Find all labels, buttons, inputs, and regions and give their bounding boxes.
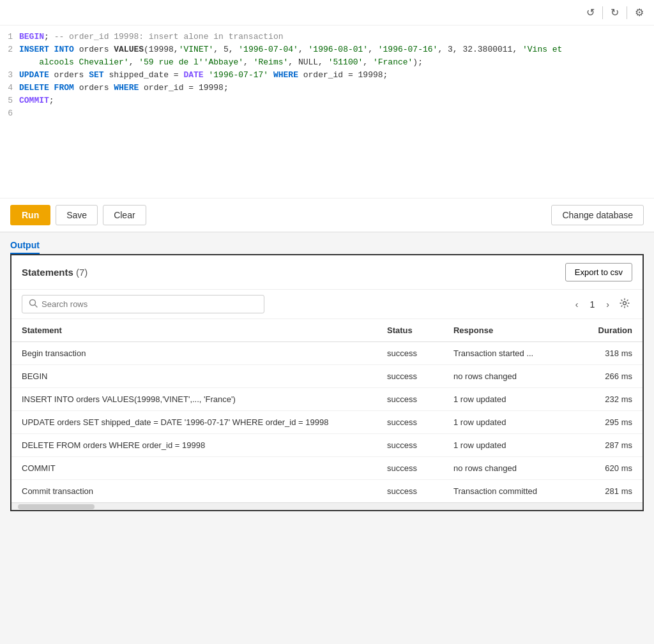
cell-status: success: [377, 365, 443, 388]
editor-section: ↺ ↻ ⚙ 1 BEGIN; -- order_id 19998: insert…: [0, 0, 654, 232]
cell-statement: COMMIT: [11, 457, 377, 480]
line-content-1: BEGIN; -- order_id 19998: insert alone i…: [19, 31, 654, 43]
table-row: INSERT INTO orders VALUES(19998,'VINET',…: [11, 388, 643, 411]
cell-response: no rows changed: [443, 457, 576, 480]
table-row: BEGINsuccessno rows changed266 ms: [11, 365, 643, 388]
output-section: Output: [0, 232, 654, 254]
export-csv-button[interactable]: Export to csv: [565, 263, 632, 281]
editor-actions: Run Save Clear Change database: [0, 198, 654, 232]
gear-icon: ⚙: [635, 6, 644, 19]
cell-statement: BEGIN: [11, 365, 377, 388]
cell-statement: UPDATE orders SET shipped_date = DATE '1…: [11, 411, 377, 434]
code-line-2: 2 INSERT INTO orders VALUES(19998,'VINET…: [0, 43, 654, 69]
code-line-1: 1 BEGIN; -- order_id 19998: insert alone…: [0, 31, 654, 43]
statements-title: Statements (7): [22, 267, 87, 278]
code-line-3: 3 UPDATE orders SET shipped_date = DATE …: [0, 69, 654, 82]
cell-statement: Begin transaction: [11, 342, 377, 365]
cell-statement: Commit transaction: [11, 480, 377, 503]
line-number-5: 5: [0, 94, 19, 107]
output-label: Output: [10, 240, 40, 254]
code-editor[interactable]: 1 BEGIN; -- order_id 19998: insert alone…: [0, 26, 654, 198]
code-line-6: 6: [0, 107, 654, 120]
cell-statement: DELETE FROM orders WHERE order_id = 1999…: [11, 434, 377, 457]
table-row: Commit transactionsuccessTransaction com…: [11, 480, 643, 503]
cell-response: 1 row updated: [443, 388, 576, 411]
save-button[interactable]: Save: [56, 205, 98, 225]
col-header-response: Response: [443, 319, 576, 342]
cell-duration: 295 ms: [576, 411, 643, 434]
statements-count: (7): [76, 267, 87, 278]
cell-duration: 266 ms: [576, 365, 643, 388]
cell-duration: 318 ms: [576, 342, 643, 365]
statements-container: Statements (7) Export to csv ‹ 1 ›: [10, 254, 644, 511]
cell-duration: 287 ms: [576, 434, 643, 457]
cell-response: Transaction committed: [443, 480, 576, 503]
code-line-4: 4 DELETE FROM orders WHERE order_id = 19…: [0, 82, 654, 94]
svg-point-2: [623, 301, 627, 304]
scrollbar-area[interactable]: [11, 502, 643, 510]
toolbar-divider: [602, 6, 603, 19]
cell-duration: 620 ms: [576, 457, 643, 480]
cell-status: success: [377, 457, 443, 480]
col-header-duration: Duration: [576, 319, 643, 342]
editor-toolbar: ↺ ↻ ⚙: [0, 0, 654, 26]
cell-response: 1 row updated: [443, 411, 576, 434]
cell-response: 1 row updated: [443, 434, 576, 457]
table-row: UPDATE orders SET shipped_date = DATE '1…: [11, 411, 643, 434]
table-row: DELETE FROM orders WHERE order_id = 1999…: [11, 434, 643, 457]
settings-button[interactable]: ⚙: [632, 4, 646, 21]
line-number-6: 6: [0, 107, 19, 120]
line-number-4: 4: [0, 82, 19, 94]
prev-page-button[interactable]: ‹: [573, 298, 581, 311]
cell-status: success: [377, 434, 443, 457]
redo-button[interactable]: ↻: [608, 4, 621, 21]
table-row: Begin transactionsuccessTransaction star…: [11, 342, 643, 365]
line-content-6: [19, 107, 654, 120]
line-number-2: 2: [0, 43, 19, 69]
clear-button[interactable]: Clear: [103, 205, 146, 225]
col-header-status: Status: [377, 319, 443, 342]
cell-duration: 232 ms: [576, 388, 643, 411]
col-header-statement: Statement: [11, 319, 377, 342]
table-settings-button[interactable]: [617, 297, 632, 312]
cell-status: success: [377, 388, 443, 411]
undo-button[interactable]: ↺: [584, 4, 597, 21]
cell-response: Transaction started ...: [443, 342, 576, 365]
cell-status: success: [377, 342, 443, 365]
line-content-3: UPDATE orders SET shipped_date = DATE '1…: [19, 69, 654, 82]
line-number-3: 3: [0, 69, 19, 82]
search-box[interactable]: [22, 295, 264, 313]
page-number: 1: [586, 299, 598, 310]
run-button[interactable]: Run: [10, 205, 50, 225]
search-input[interactable]: [42, 299, 257, 309]
toolbar-divider-2: [627, 6, 627, 19]
pagination: ‹ 1 ›: [573, 297, 632, 312]
statements-table: Statement Status Response Duration Begin…: [11, 319, 643, 502]
table-row: COMMITsuccessno rows changed620 ms: [11, 457, 643, 480]
cell-status: success: [377, 411, 443, 434]
svg-line-1: [35, 305, 38, 308]
statements-header: Statements (7) Export to csv: [11, 255, 643, 290]
next-page-button[interactable]: ›: [604, 298, 612, 311]
line-content-4: DELETE FROM orders WHERE order_id = 1999…: [19, 82, 654, 94]
line-number-1: 1: [0, 31, 19, 43]
table-body: Begin transactionsuccessTransaction star…: [11, 342, 643, 503]
cell-response: no rows changed: [443, 365, 576, 388]
search-icon: [29, 299, 38, 310]
redo-icon: ↻: [611, 6, 619, 19]
line-content-2: INSERT INTO orders VALUES(19998,'VINET',…: [19, 43, 654, 69]
change-database-button[interactable]: Change database: [551, 205, 644, 225]
code-line-5: 5 COMMIT;: [0, 94, 654, 107]
search-row: ‹ 1 ›: [11, 290, 643, 319]
cell-status: success: [377, 480, 443, 503]
table-header-row: Statement Status Response Duration: [11, 319, 643, 342]
scrollbar-thumb[interactable]: [18, 504, 95, 509]
undo-icon: ↺: [586, 6, 595, 19]
line-content-5: COMMIT;: [19, 94, 654, 107]
cell-duration: 281 ms: [576, 480, 643, 503]
cell-statement: INSERT INTO orders VALUES(19998,'VINET',…: [11, 388, 377, 411]
